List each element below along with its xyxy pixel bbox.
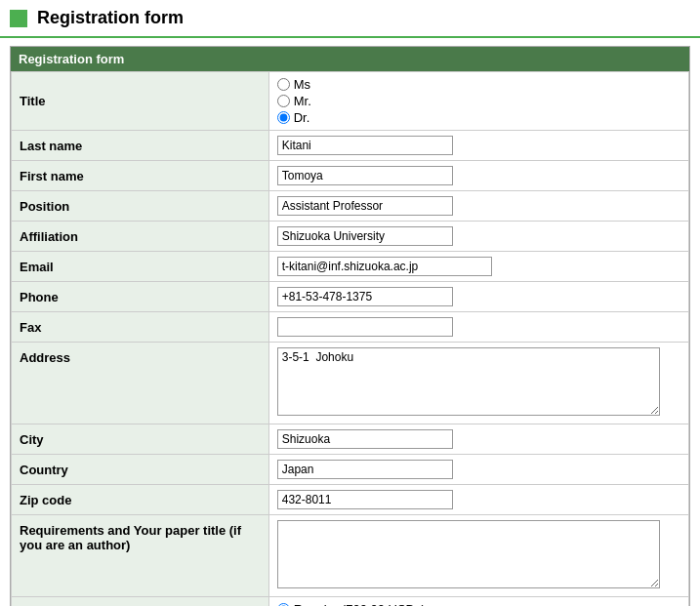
form-section-header: Registration form [11, 47, 689, 71]
email-input[interactable] [277, 257, 492, 276]
fee-label: Conference Registration Fee (Early) [12, 597, 269, 607]
city-input[interactable] [277, 429, 453, 449]
email-label: Email [12, 252, 269, 282]
address-label: Address [12, 343, 269, 424]
fax-label: Fax [12, 312, 269, 343]
title-value-cell: Ms Mr. Dr. [268, 72, 688, 131]
city-label: City [12, 424, 269, 455]
fax-input[interactable] [277, 317, 453, 337]
fee-options-group: Regular (700.00 USDs) Student (450.00 US… [277, 602, 680, 606]
position-row: Position [12, 191, 689, 222]
affiliation-row: Affiliation [12, 222, 689, 252]
title-radio-ms[interactable] [277, 78, 290, 91]
zip-label: Zip code [12, 485, 269, 515]
form-container: Registration form Title Ms Mr. [10, 46, 690, 606]
fee-option-regular[interactable]: Regular (700.00 USDs) [277, 602, 680, 606]
page-title: Registration form [37, 8, 184, 28]
title-option-mr[interactable]: Mr. [277, 94, 680, 108]
country-row: Country [12, 455, 689, 485]
country-label: Country [12, 455, 269, 485]
zip-value-cell [268, 485, 688, 515]
zip-row: Zip code [12, 485, 689, 515]
position-value-cell [268, 191, 688, 222]
position-label: Position [12, 191, 269, 222]
title-label-ms: Ms [294, 77, 310, 92]
city-value-cell [268, 424, 688, 455]
title-radio-mr[interactable] [277, 95, 290, 107]
fax-row: Fax [12, 312, 689, 343]
first-name-input[interactable] [277, 166, 453, 185]
registration-table: Title Ms Mr. Dr. [11, 71, 689, 606]
page-header: Registration form [0, 0, 700, 38]
zip-input[interactable] [277, 490, 453, 509]
title-label: Title [12, 72, 269, 131]
title-option-dr[interactable]: Dr. [277, 110, 680, 125]
phone-row: Phone [12, 282, 689, 312]
requirements-value-cell [268, 515, 688, 597]
affiliation-label: Affiliation [12, 222, 269, 252]
phone-value-cell [268, 282, 688, 312]
title-label-mr: Mr. [294, 94, 311, 108]
affiliation-value-cell [268, 222, 688, 252]
address-value-cell: 3-5-1 Johoku 3-5-1 Johoku [268, 343, 688, 424]
title-option-ms[interactable]: Ms [277, 77, 680, 92]
phone-input[interactable] [277, 287, 453, 306]
last-name-value-cell [268, 131, 688, 161]
requirements-label: Requirements and Your paper title (if yo… [12, 515, 269, 597]
fee-label-regular: Regular (700.00 USDs) [294, 602, 426, 606]
affiliation-input[interactable] [277, 226, 453, 246]
first-name-value-cell [268, 161, 688, 191]
address-row: Address 3-5-1 Johoku 3-5-1 Johoku [12, 343, 689, 424]
last-name-input[interactable] [277, 136, 453, 155]
requirements-row: Requirements and Your paper title (if yo… [12, 515, 689, 597]
country-input[interactable] [277, 460, 453, 479]
city-row: City [12, 424, 689, 455]
position-input[interactable] [277, 196, 453, 216]
phone-label: Phone [12, 282, 269, 312]
title-label-dr: Dr. [294, 110, 310, 125]
last-name-label: Last name [12, 131, 269, 161]
title-radio-group: Ms Mr. Dr. [277, 77, 680, 125]
address-input[interactable]: 3-5-1 Johoku [277, 347, 661, 416]
fee-value-cell: Regular (700.00 USDs) Student (450.00 US… [268, 597, 688, 607]
requirements-input[interactable] [277, 520, 661, 588]
first-name-label: First name [12, 161, 269, 191]
header-icon [10, 10, 27, 27]
title-radio-dr[interactable] [277, 111, 290, 124]
first-name-row: First name [12, 161, 689, 191]
email-row: Email [12, 252, 689, 282]
email-value-cell [268, 252, 688, 282]
title-row: Title Ms Mr. Dr. [12, 72, 689, 131]
country-value-cell [268, 455, 688, 485]
fee-row: Conference Registration Fee (Early) Regu… [12, 597, 689, 607]
last-name-row: Last name [12, 131, 689, 161]
fax-value-cell [268, 312, 688, 343]
